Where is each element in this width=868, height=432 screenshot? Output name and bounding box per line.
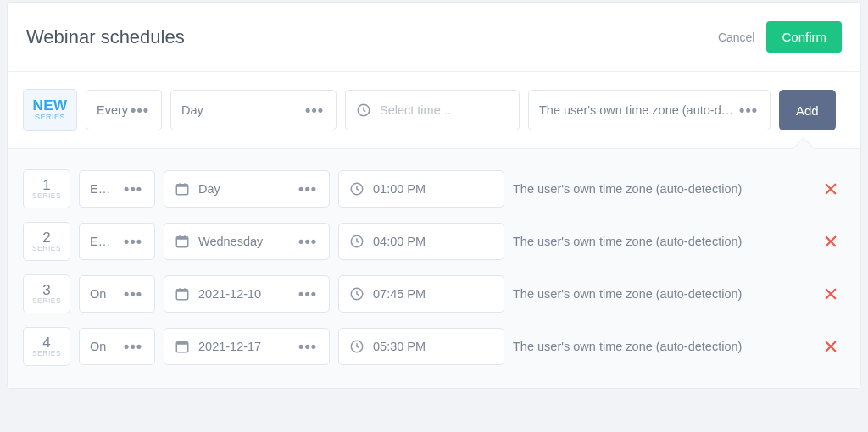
series-index-badge: 1SERIES — [23, 169, 70, 208]
time-value: 05:30 PM — [373, 340, 493, 353]
svg-rect-16 — [176, 290, 188, 292]
time-select[interactable]: 04:00 PM — [338, 223, 504, 260]
svg-rect-9 — [176, 237, 188, 240]
time-select[interactable]: Select time... — [345, 90, 520, 130]
mode-select[interactable]: Every — [79, 223, 155, 260]
day-select[interactable]: Day — [164, 170, 330, 208]
series-row: 1SERIESEveryDay01:00 PMThe user's own ti… — [23, 163, 845, 215]
more-icon[interactable] — [737, 102, 760, 118]
more-icon[interactable] — [122, 339, 144, 354]
series-row: 2SERIESEveryWednesday04:00 PMThe user's … — [23, 215, 845, 268]
series-caption: SERIES — [32, 297, 61, 305]
more-icon[interactable] — [303, 102, 326, 118]
clock-icon — [356, 102, 371, 118]
series-number: 4 — [42, 335, 50, 351]
calendar-icon — [175, 181, 190, 197]
series-number: 3 — [42, 283, 50, 298]
mode-select[interactable]: Every — [79, 170, 155, 208]
series-list: 1SERIESEveryDay01:00 PMThe user's own ti… — [8, 149, 860, 388]
delete-button[interactable] — [823, 339, 845, 354]
day-select[interactable]: 2021-12-10 — [164, 275, 330, 313]
day-select[interactable]: Wednesday — [164, 223, 330, 260]
series-caption: SERIES — [32, 350, 61, 357]
series-caption: SERIES — [32, 245, 61, 252]
time-value: 04:00 PM — [373, 235, 493, 248]
series-row: 3SERIESOn2021-12-1007:45 PMThe user's ow… — [23, 268, 845, 320]
new-series-badge: NEW SERIES — [23, 89, 77, 131]
calendar-icon — [175, 234, 190, 249]
timezone-text: The user's own time zone (auto-detection… — [513, 339, 759, 355]
mode-select[interactable]: On — [79, 328, 155, 365]
more-icon[interactable] — [129, 102, 151, 118]
mode-value: Every — [90, 235, 114, 248]
time-select[interactable]: 07:45 PM — [338, 275, 504, 313]
more-icon[interactable] — [297, 181, 319, 197]
mode-value: Every — [90, 182, 114, 196]
more-icon[interactable] — [122, 286, 144, 302]
time-select[interactable]: 01:00 PM — [338, 170, 504, 208]
timezone-text: The user's own time zone (auto-detection… — [513, 181, 759, 197]
mode-select[interactable]: Every — [86, 90, 162, 130]
mode-value: On — [90, 287, 114, 301]
timezone-select[interactable]: The user's own time zone (auto-d… — [528, 90, 771, 130]
calendar-icon — [175, 286, 190, 302]
day-value: 2021-12-10 — [198, 287, 288, 301]
mode-value: Every — [97, 103, 129, 117]
more-icon[interactable] — [297, 286, 319, 302]
time-value: 01:00 PM — [373, 182, 493, 196]
cancel-button[interactable]: Cancel — [718, 30, 755, 44]
clock-icon — [349, 286, 364, 302]
page-title: Webinar schedules — [26, 26, 718, 48]
new-series-builder: NEW SERIES Every Day Select time... The … — [8, 72, 860, 149]
calendar-icon — [175, 339, 190, 354]
schedules-panel: Webinar schedules Cancel Confirm NEW SER… — [7, 2, 861, 389]
clock-icon — [349, 234, 364, 249]
day-value: 2021-12-17 — [198, 340, 288, 353]
day-value: Day — [198, 182, 288, 196]
delete-button[interactable] — [823, 181, 845, 197]
svg-rect-23 — [176, 342, 188, 345]
delete-button[interactable] — [823, 286, 845, 302]
confirm-button[interactable]: Confirm — [766, 21, 842, 53]
series-row: 4SERIESOn2021-12-1705:30 PMThe user's ow… — [23, 320, 845, 373]
day-value: Wednesday — [198, 235, 288, 248]
header-actions: Cancel Confirm — [718, 21, 842, 53]
more-icon[interactable] — [297, 234, 319, 249]
more-icon[interactable] — [122, 234, 144, 249]
series-number: 1 — [42, 178, 50, 193]
series-caption: SERIES — [32, 192, 61, 200]
clock-icon — [349, 181, 364, 197]
series-index-badge: 3SERIES — [23, 274, 70, 313]
series-index-badge: 2SERIES — [23, 222, 70, 261]
delete-button[interactable] — [823, 234, 845, 249]
panel-header: Webinar schedules Cancel Confirm — [8, 3, 860, 72]
day-value: Day — [181, 103, 303, 117]
mode-select[interactable]: On — [79, 275, 155, 313]
time-select[interactable]: 05:30 PM — [338, 328, 504, 365]
series-number: 2 — [42, 230, 50, 246]
timezone-text: The user's own time zone (auto-detection… — [513, 234, 759, 250]
day-select[interactable]: 2021-12-17 — [164, 328, 330, 365]
time-placeholder: Select time... — [380, 103, 509, 117]
add-button[interactable]: Add — [779, 90, 836, 130]
mode-value: On — [90, 340, 114, 353]
new-badge-bottom: SERIES — [35, 114, 65, 121]
timezone-text: The user's own time zone (auto-detection… — [513, 286, 759, 302]
time-value: 07:45 PM — [373, 287, 493, 301]
series-index-badge: 4SERIES — [23, 327, 70, 366]
more-icon[interactable] — [297, 339, 319, 354]
day-select[interactable]: Day — [170, 90, 337, 130]
more-icon[interactable] — [122, 181, 144, 197]
svg-rect-2 — [176, 185, 188, 187]
new-badge-top: NEW — [32, 98, 67, 114]
clock-icon — [349, 339, 364, 354]
timezone-value: The user's own time zone (auto-d… — [539, 103, 737, 117]
